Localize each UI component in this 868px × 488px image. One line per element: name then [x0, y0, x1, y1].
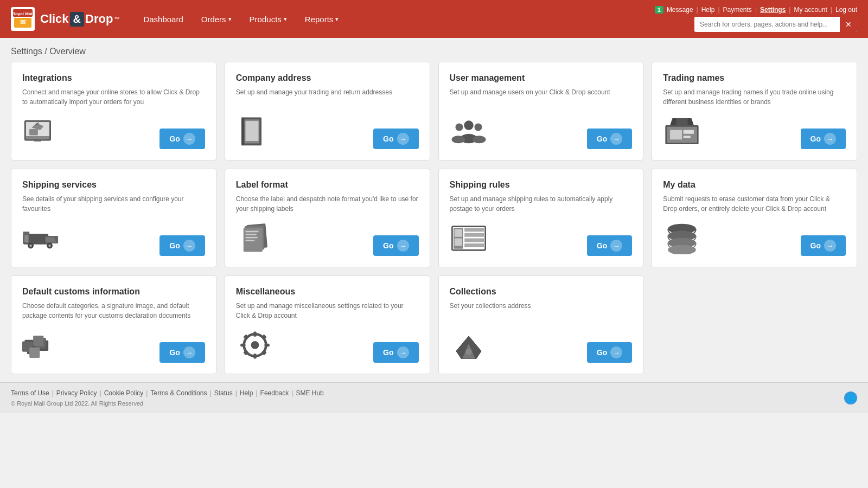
shipping-services-bottom: Go → — [22, 222, 205, 256]
miscellaneous-desc: Set up and manage miscellaneous settings… — [236, 301, 419, 320]
search-box: ✕ — [694, 17, 857, 32]
label-format-title: Label format — [236, 180, 419, 190]
shipping-services-go-button[interactable]: Go → — [159, 235, 205, 256]
user-management-card: User management Set up and manage users … — [438, 62, 644, 160]
collections-icon — [450, 329, 488, 363]
integrations-card-bottom: Go → — [22, 115, 205, 149]
shipping-services-icon — [22, 222, 60, 256]
svg-rect-8 — [34, 139, 41, 142]
label-format-desc: Choose the label and despatch note forma… — [236, 194, 419, 214]
settings-link[interactable]: Settings — [760, 6, 786, 14]
log-out-link[interactable]: Log out — [835, 6, 857, 14]
default-customs-go-button[interactable]: Go → — [159, 342, 205, 363]
nav-dashboard[interactable]: Dashboard — [136, 10, 190, 28]
footer-links: Terms of Use | Privacy Policy | Cookie P… — [11, 389, 324, 397]
header-right: 1 Message | Help | Payments | Settings |… — [655, 6, 857, 32]
trading-names-go-arrow: → — [824, 133, 836, 145]
shipping-rules-go-button[interactable]: Go → — [587, 235, 632, 256]
collections-go-button[interactable]: Go → — [587, 342, 632, 363]
user-management-go-button[interactable]: Go → — [587, 129, 632, 149]
user-management-title: User management — [450, 73, 633, 83]
trading-names-go-button[interactable]: Go → — [801, 129, 846, 149]
nav-reports[interactable]: Reports ▾ — [297, 10, 347, 28]
shipping-services-card: Shipping services See details of your sh… — [11, 169, 216, 267]
svg-rect-58 — [33, 336, 43, 346]
search-input[interactable] — [694, 17, 840, 31]
drop-text: Drop — [85, 12, 113, 26]
shipping-rules-title: Shipping rules — [450, 180, 633, 190]
my-data-go-button[interactable]: Go → — [801, 235, 846, 256]
footer-status[interactable]: Status — [214, 389, 233, 397]
my-data-desc: Submit requests to erase customer data f… — [663, 194, 846, 214]
footer-help[interactable]: Help — [240, 389, 253, 397]
miscellaneous-title: Miscellaneous — [236, 287, 419, 297]
miscellaneous-icon — [236, 329, 274, 363]
company-address-icon — [236, 115, 274, 149]
svg-rect-46 — [464, 243, 484, 247]
shipping-services-go-arrow: → — [183, 240, 195, 252]
trademark: ™ — [114, 16, 119, 22]
collections-title: Collections — [450, 287, 633, 297]
my-account-link[interactable]: My account — [794, 6, 827, 14]
company-address-go-arrow: → — [397, 133, 409, 145]
svg-point-17 — [451, 136, 465, 143]
integrations-card: Integrations Connect and manage your onl… — [11, 62, 216, 160]
products-dropdown-arrow: ▾ — [284, 16, 287, 23]
trading-names-icon — [663, 115, 701, 149]
brand-name: Click & Drop ™ — [40, 12, 119, 27]
integrations-go-arrow: → — [183, 133, 195, 145]
svg-rect-39 — [245, 237, 257, 239]
integrations-go-button[interactable]: Go → — [159, 129, 205, 149]
svg-rect-13 — [241, 118, 244, 146]
reports-dropdown-arrow: ▾ — [335, 16, 339, 23]
svg-rect-33 — [23, 232, 30, 235]
logo-area: Royal Mail ✉ Click & Drop ™ — [11, 7, 119, 31]
miscellaneous-card: Miscellaneous Set up and manage miscella… — [225, 275, 430, 374]
footer-sme-hub[interactable]: SME Hub — [296, 389, 323, 397]
svg-rect-23 — [684, 130, 694, 134]
svg-rect-22 — [670, 130, 682, 140]
label-format-bottom: Go → — [236, 222, 419, 256]
trading-names-bottom: Go → — [663, 115, 846, 149]
shipping-services-desc: See details of your shipping services an… — [22, 194, 205, 214]
svg-rect-24 — [684, 136, 691, 138]
empty-slot — [652, 275, 857, 374]
nav-orders[interactable]: Orders ▾ — [194, 10, 239, 28]
svg-rect-25 — [676, 118, 688, 125]
default-customs-desc: Choose default categories, a signature i… — [22, 301, 205, 320]
royal-mail-logo: Royal Mail ✉ — [11, 7, 35, 31]
collections-bottom: Go → — [450, 329, 633, 363]
miscellaneous-go-button[interactable]: Go → — [373, 342, 418, 363]
default-customs-bottom: Go → — [22, 329, 205, 363]
collections-go-arrow: → — [610, 346, 622, 358]
message-link[interactable]: Message — [667, 6, 693, 14]
my-data-go-arrow: → — [824, 240, 836, 252]
header-top-links: 1 Message | Help | Payments | Settings |… — [655, 6, 857, 14]
svg-rect-63 — [253, 354, 257, 358]
svg-point-30 — [29, 245, 32, 247]
user-management-bottom: Go → — [450, 115, 633, 149]
nav-products[interactable]: Products ▾ — [242, 10, 295, 28]
payments-link[interactable]: Payments — [723, 6, 752, 14]
svg-rect-47 — [454, 229, 462, 237]
footer-terms-conditions[interactable]: Terms & Conditions — [150, 389, 207, 397]
search-button[interactable]: ✕ — [840, 17, 857, 32]
help-link[interactable]: Help — [701, 6, 715, 14]
svg-point-14 — [464, 120, 474, 130]
breadcrumb: Settings / Overview — [0, 38, 868, 62]
footer-cookie-policy[interactable]: Cookie Policy — [104, 389, 144, 397]
click-text: Click — [40, 12, 69, 26]
default-customs-card: Default customs information Choose defau… — [11, 275, 216, 374]
footer-privacy-policy[interactable]: Privacy Policy — [56, 389, 97, 397]
footer: Terms of Use | Privacy Policy | Cookie P… — [0, 382, 868, 413]
svg-rect-64 — [240, 344, 245, 347]
company-address-go-button[interactable]: Go → — [373, 129, 418, 149]
svg-point-32 — [48, 245, 51, 247]
my-data-title: My data — [663, 180, 846, 190]
label-format-go-button[interactable]: Go → — [373, 235, 418, 256]
svg-rect-65 — [264, 344, 269, 347]
footer-terms-of-use[interactable]: Terms of Use — [11, 389, 49, 397]
collections-desc: Set your collections address — [450, 301, 633, 311]
footer-feedback[interactable]: Feedback — [260, 389, 289, 397]
cards-row-3: Default customs information Choose defau… — [0, 275, 868, 382]
